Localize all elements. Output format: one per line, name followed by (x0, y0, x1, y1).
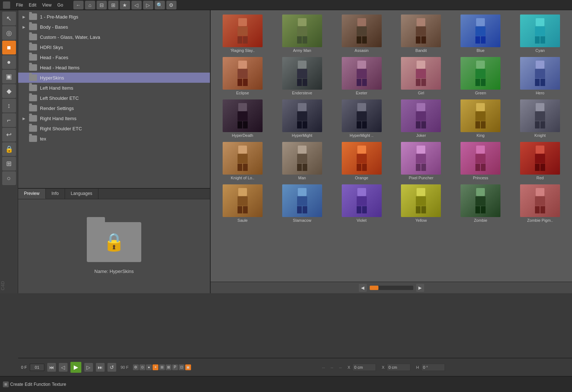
tool-lock[interactable]: 🔒 (2, 142, 16, 156)
tool-cube[interactable]: ■ (2, 41, 16, 54)
asset-item-raging[interactable]: 'Raging Slay.. (214, 13, 272, 54)
tree-item-hdri[interactable]: ▶ HDRI Skys (18, 42, 210, 52)
tree-item-leftshoulder[interactable]: ▶ Left Shoulder ETC (18, 93, 210, 103)
tree-item-rightshoulder[interactable]: ▶ Right Shoulder ETC (18, 123, 210, 134)
timeline-btn9[interactable]: ▣ (185, 364, 191, 370)
tool-hook[interactable]: ⌐ (2, 113, 16, 127)
toolbar-grid[interactable]: ⊞ (108, 1, 118, 9)
tree-item-lefthand[interactable]: ▶ Left Hand Items (18, 83, 210, 93)
tree-item-premade[interactable]: ▶ 1 - Pre-Made Rigs (18, 12, 210, 22)
asset-item-cyan[interactable]: Cyan (511, 13, 569, 54)
tool-grid2[interactable]: ⊞ (2, 157, 16, 171)
tree-item-custom[interactable]: ▶ Custom - Glass, Water, Lava (18, 32, 210, 42)
timeline-btn2[interactable]: ⊙ (139, 364, 145, 370)
bottom-menu-texture[interactable]: Texture (52, 382, 66, 387)
toolbar-prev[interactable]: ◁ (131, 1, 142, 9)
asset-item-knight[interactable]: Knight (511, 98, 569, 139)
prop-x-input[interactable] (352, 364, 376, 371)
asset-item-princess[interactable]: Princess (451, 140, 510, 181)
asset-item-armyman[interactable]: Army Man (273, 13, 331, 54)
bottom-menu-create[interactable]: Create (10, 382, 23, 387)
toolbar-settings[interactable]: ⚙ (166, 1, 177, 9)
toolbar-back[interactable]: ← (73, 1, 84, 9)
timeline-loop[interactable]: ↺ (107, 363, 116, 372)
prop-h-input[interactable] (421, 364, 445, 371)
asset-item-violet[interactable]: Violet (333, 183, 391, 224)
menu-view[interactable]: View (42, 3, 52, 8)
toolbar-next[interactable]: ▷ (143, 1, 153, 9)
tab-info[interactable]: Info (46, 189, 65, 199)
timeline-frame-input[interactable] (30, 364, 44, 371)
timeline-next-frame[interactable]: ▷ (84, 363, 93, 372)
bottom-menu-function[interactable]: Function (34, 382, 50, 387)
timeline-prev-frame[interactable]: ◁ (59, 363, 68, 372)
asset-item-eclipse[interactable]: Eclipse (214, 56, 272, 97)
tool-move[interactable]: ↕ (2, 99, 16, 113)
tool-sphere[interactable]: ● (2, 55, 16, 69)
tab-preview[interactable]: Preview (18, 189, 46, 199)
asset-thumb-girl (401, 57, 441, 90)
asset-item-knightoflo[interactable]: Knight of Lo.. (214, 140, 272, 181)
asset-item-girl[interactable]: Girl (392, 56, 450, 97)
prop-h-label: H (416, 365, 419, 369)
tool-cursor[interactable]: ↖ (2, 12, 16, 25)
folder-icon-premade (29, 13, 37, 20)
timeline-btn6[interactable]: ⊠ (166, 364, 171, 370)
asset-item-pixel[interactable]: Pixel Puncher (392, 140, 450, 181)
timeline-play-btn[interactable]: ▶ (70, 362, 81, 373)
asset-item-man[interactable]: Man (273, 140, 331, 181)
grid-prev-btn[interactable]: ◀ (359, 284, 367, 292)
menu-file[interactable]: File (16, 3, 23, 8)
grid-next-btn[interactable]: ▶ (416, 284, 424, 292)
asset-item-hypermight2[interactable]: HyperMight .. (333, 98, 391, 139)
tool-box[interactable]: ▣ (2, 70, 16, 83)
timeline-btn3[interactable]: ● (146, 364, 152, 370)
asset-item-assasin[interactable]: Assasin (333, 13, 391, 54)
tool-circle[interactable]: ○ (2, 171, 16, 185)
tool-diamond[interactable]: ◆ (2, 84, 16, 98)
asset-item-bandit[interactable]: Bandit (392, 13, 450, 54)
toolbar-star[interactable]: ★ (120, 1, 130, 9)
timeline-rewind[interactable]: ⏮ (47, 363, 56, 372)
asset-item-exeter[interactable]: Exeter (333, 56, 391, 97)
bottom-menu-edit[interactable]: Edit (25, 382, 32, 387)
asset-item-hero[interactable]: Hero (511, 56, 569, 97)
timeline-btn1[interactable]: ⚙ (133, 364, 139, 370)
timeline-btn8[interactable]: ⊡ (179, 364, 184, 370)
tree-item-bodybases[interactable]: ▶ Body - Bases (18, 22, 210, 32)
tree-item-headitems[interactable]: ▶ Head - Head Items (18, 62, 210, 73)
asset-item-green[interactable]: Green (451, 56, 510, 97)
asset-item-yellow[interactable]: Yellow (392, 183, 450, 224)
tree-item-tex[interactable]: ▶ tex (18, 134, 210, 144)
tree-item-headfaces[interactable]: ▶ Head - Faces (18, 52, 210, 62)
toolbar-search[interactable]: 🔍 (155, 1, 165, 9)
menu-edit[interactable]: Edit (29, 3, 36, 8)
asset-item-red[interactable]: Red (511, 140, 569, 181)
asset-thumb-raging (223, 15, 263, 47)
asset-item-endersteve[interactable]: Endersteve (273, 56, 331, 97)
asset-item-joker[interactable]: Joker (392, 98, 450, 139)
tree-item-righthand[interactable]: ▶ Right Hand Items (18, 113, 210, 123)
tab-languages[interactable]: Languages (65, 189, 98, 199)
menu-go[interactable]: Go (57, 3, 63, 8)
asset-item-king[interactable]: King (451, 98, 510, 139)
timeline-btn4[interactable]: ✦ (153, 364, 158, 370)
asset-item-orange[interactable]: Orange (333, 140, 391, 181)
asset-item-hypermight1[interactable]: HyperMight (273, 98, 331, 139)
asset-item-blue[interactable]: Blue (451, 13, 510, 54)
asset-item-zombie[interactable]: Zombie (451, 183, 510, 224)
toolbar-bookmark[interactable]: ⊟ (97, 1, 107, 9)
asset-item-saule[interactable]: Saule (214, 183, 272, 224)
tool-bend[interactable]: ↩ (2, 128, 16, 142)
prop-y-input[interactable] (387, 364, 410, 371)
timeline-forward[interactable]: ⏭ (96, 363, 105, 372)
tree-item-render[interactable]: ▶ Render Settings (18, 103, 210, 113)
asset-item-zombiepig[interactable]: Zombie Pigm.. (511, 183, 569, 224)
timeline-btn5[interactable]: ⊞ (159, 364, 165, 370)
toolbar-home[interactable]: ⌂ (85, 1, 95, 9)
tree-item-hyperskins[interactable]: ▶ HyperSkins (18, 73, 210, 83)
timeline-btn7[interactable]: P (172, 364, 178, 370)
asset-item-slamacow[interactable]: Slamacow (273, 183, 331, 224)
tool-globe[interactable]: ◎ (2, 26, 16, 40)
asset-item-hyperdeath[interactable]: HyperDeath (214, 98, 272, 139)
